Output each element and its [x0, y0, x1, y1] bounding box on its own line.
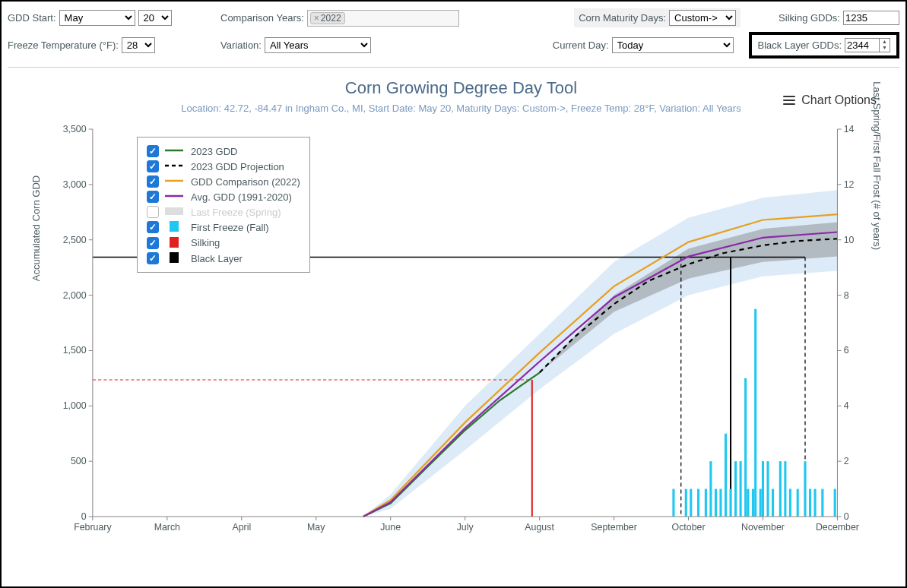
svg-text:April: April: [232, 522, 251, 533]
svg-rect-10: [705, 489, 707, 517]
y-axis-left-label: Accumulated Corn GDD: [30, 175, 42, 281]
chart-subtitle: Location: 42.72, -84.47 in Ingham Co., M…: [46, 103, 877, 114]
chart-options-button[interactable]: Chart Options: [783, 93, 877, 107]
svg-rect-99: [170, 252, 179, 263]
svg-rect-26: [779, 461, 782, 517]
gdd-start-month-select[interactable]: May: [59, 10, 135, 26]
svg-rect-19: [747, 489, 749, 517]
legend-item-2023-projection[interactable]: ✓2023 GDD Projection: [147, 159, 300, 174]
svg-rect-97: [170, 221, 179, 232]
silking-gdds-input[interactable]: [843, 11, 899, 25]
y-axis-right-label: Last Spring/First Fall Frost (# of years…: [871, 81, 883, 250]
svg-rect-31: [809, 489, 811, 517]
svg-text:March: March: [154, 522, 180, 533]
gdd-start-day-select[interactable]: 20: [138, 10, 172, 26]
checkbox-icon[interactable]: ✓: [147, 191, 159, 203]
svg-text:June: June: [380, 522, 401, 533]
legend-item-avg-gdd[interactable]: ✓Avg. GDD (1991-2020): [147, 189, 300, 204]
svg-rect-27: [784, 461, 786, 517]
spinner-down-icon[interactable]: ▼: [880, 45, 890, 51]
legend-item-black-layer[interactable]: ✓Black Layer: [147, 251, 300, 266]
svg-text:May: May: [307, 522, 325, 533]
black-layer-gdds-spinner[interactable]: ▲ ▼: [845, 38, 890, 52]
svg-text:2,000: 2,000: [63, 290, 87, 301]
svg-text:3,500: 3,500: [63, 124, 87, 134]
hamburger-icon: [783, 93, 795, 107]
svg-rect-18: [744, 378, 747, 517]
svg-text:August: August: [525, 522, 554, 533]
chart-options-label: Chart Options: [801, 93, 877, 107]
svg-rect-6: [672, 489, 674, 517]
svg-rect-9: [697, 489, 699, 517]
svg-rect-8: [690, 489, 692, 517]
svg-text:December: December: [816, 522, 859, 533]
svg-rect-13: [719, 489, 721, 517]
current-day-label: Current Day:: [553, 40, 609, 51]
svg-rect-28: [789, 489, 791, 517]
svg-text:2,500: 2,500: [63, 235, 87, 245]
checkbox-icon[interactable]: ✓: [147, 221, 159, 233]
svg-text:14: 14: [844, 124, 855, 134]
svg-rect-12: [715, 489, 717, 517]
gdd-start-label: GDD Start:: [8, 12, 56, 24]
legend-item-silking[interactable]: ✓Silking: [147, 236, 300, 251]
freeze-temp-select[interactable]: 28: [122, 37, 155, 53]
svg-rect-22: [760, 489, 762, 517]
comparison-year-tag[interactable]: 2022: [310, 12, 345, 24]
variation-select[interactable]: All Years: [265, 37, 371, 53]
freeze-temp-label: Freeze Temperature (°F):: [8, 40, 119, 51]
svg-rect-29: [797, 489, 799, 517]
svg-text:1,500: 1,500: [63, 346, 87, 356]
legend-item-comparison-2022[interactable]: ✓GDD Comparison (2022): [147, 174, 300, 189]
divider: [8, 67, 899, 68]
svg-rect-30: [804, 461, 806, 517]
svg-rect-11: [709, 461, 712, 517]
svg-text:July: July: [457, 522, 474, 533]
legend: ✓2023 GDD ✓2023 GDD Projection ✓GDD Comp…: [137, 137, 310, 273]
svg-rect-20: [752, 489, 754, 517]
checkbox-icon[interactable]: ✓: [147, 237, 159, 249]
svg-text:September: September: [591, 522, 636, 533]
black-layer-highlight: Black Layer GDDs: ▲ ▼: [749, 32, 899, 58]
svg-text:10: 10: [844, 235, 855, 245]
svg-text:November: November: [741, 522, 785, 533]
checkbox-icon[interactable]: ✓: [147, 145, 159, 157]
svg-rect-23: [762, 461, 764, 517]
svg-rect-32: [814, 489, 817, 517]
svg-rect-98: [170, 237, 179, 248]
legend-item-last-freeze[interactable]: ✓Last Freeze (Spring): [147, 204, 300, 220]
svg-text:3,000: 3,000: [63, 179, 87, 190]
svg-text:12: 12: [844, 179, 855, 190]
svg-text:February: February: [74, 522, 112, 533]
svg-text:2: 2: [844, 456, 849, 466]
svg-rect-96: [165, 207, 183, 215]
black-layer-gdds-label: Black Layer GDDs:: [758, 40, 842, 51]
svg-text:8: 8: [844, 290, 849, 301]
spinner-up-icon[interactable]: ▲: [880, 39, 890, 45]
chart-title: Corn Growing Degree Day Tool: [46, 78, 877, 98]
svg-rect-24: [766, 461, 769, 517]
checkbox-icon[interactable]: ✓: [147, 160, 159, 172]
svg-text:1,000: 1,000: [63, 400, 87, 411]
legend-item-first-freeze[interactable]: ✓First Freeze (Fall): [147, 220, 300, 235]
svg-text:0: 0: [81, 511, 87, 522]
checkbox-icon[interactable]: ✓: [147, 175, 159, 188]
comparison-years-input[interactable]: 2022: [307, 10, 459, 27]
checkbox-icon[interactable]: ✓: [147, 206, 159, 218]
maturity-days-label: Corn Maturity Days:: [579, 12, 666, 24]
maturity-days-select[interactable]: Custom->: [669, 10, 736, 26]
black-layer-gdds-input[interactable]: [845, 39, 879, 52]
svg-rect-17: [740, 461, 742, 517]
variation-label: Variation:: [220, 40, 262, 51]
current-day-select[interactable]: Today: [612, 37, 734, 53]
svg-text:500: 500: [71, 456, 87, 466]
svg-text:October: October: [672, 522, 706, 533]
svg-rect-16: [734, 461, 737, 517]
svg-text:6: 6: [844, 346, 849, 356]
svg-rect-34: [834, 489, 836, 517]
svg-rect-7: [685, 489, 687, 517]
legend-item-2023-gdd[interactable]: ✓2023 GDD: [147, 144, 300, 159]
svg-rect-33: [821, 489, 823, 517]
checkbox-icon[interactable]: ✓: [147, 252, 159, 264]
comparison-years-label: Comparison Years:: [220, 12, 304, 24]
